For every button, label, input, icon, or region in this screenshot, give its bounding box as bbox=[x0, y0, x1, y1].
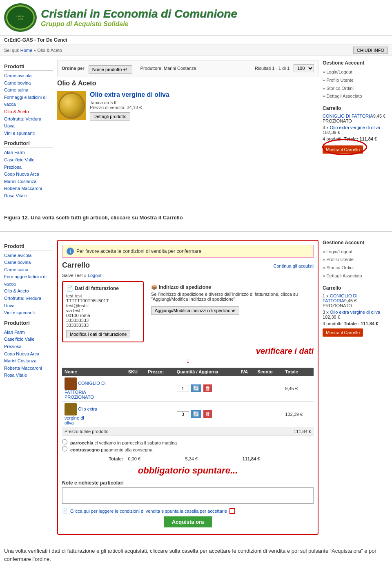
sidebar2-carne-suina[interactable]: Carne suina bbox=[4, 266, 53, 274]
qty-input-1[interactable] bbox=[177, 386, 189, 391]
qty-update-btn-1[interactable]: 🔄 bbox=[191, 384, 201, 392]
sidebar-item-marini[interactable]: Marini Costanza bbox=[4, 178, 53, 185]
dettagli-prodotto-btn[interactable]: Dettagli prodotto bbox=[90, 112, 130, 121]
totale-val1: 0,00 € bbox=[125, 455, 183, 463]
sidebar-item-alan-farm[interactable]: Alan Farm bbox=[4, 149, 53, 156]
col-totale: Totale bbox=[283, 368, 314, 376]
breadcrumb: Sei qui: Home » Olio & Aceto bbox=[4, 48, 62, 53]
sidebar-item-uova[interactable]: Uova bbox=[4, 123, 53, 130]
right-link-storico[interactable]: Storico Ordini bbox=[323, 85, 388, 93]
section-heading: Olio & Aceto bbox=[57, 80, 318, 87]
aggiorna-spedizione-btn[interactable]: Aggiungi/Modifica indirizzo di spedizion… bbox=[151, 306, 239, 315]
sidebar2-caseificio[interactable]: Caseificio Valle Preziosa bbox=[4, 336, 53, 350]
annotation-obbligatorio: obbligatorio spuntare... bbox=[62, 465, 314, 476]
sidebar-item-olio-aceto[interactable]: Olio & Aceto bbox=[4, 108, 53, 116]
sidebar-item-carne-bovina[interactable]: Carne bovina bbox=[4, 80, 53, 87]
ordina-label: Ordina per bbox=[62, 66, 85, 71]
cart-item-link-1[interactable]: CONIGLIO DI FATTORIA bbox=[323, 114, 373, 118]
billing-shipping: 📄 Dati di fatturazione test test TTTTTT0… bbox=[62, 281, 314, 342]
qty-input-2[interactable] bbox=[177, 411, 189, 417]
sidebar2-uova[interactable]: Uova bbox=[4, 302, 53, 310]
sidebar2-olio-aceto[interactable]: Olio & Aceto bbox=[4, 288, 53, 295]
right2-login[interactable]: Login/Logout bbox=[323, 248, 388, 256]
right2-storico[interactable]: Storico Ordini bbox=[323, 264, 388, 272]
acquista-btn[interactable]: Acquista ora bbox=[164, 516, 212, 527]
close-info-button[interactable]: CHIUDI INFO bbox=[353, 47, 388, 54]
user-bar: Salve Test » Logout bbox=[62, 273, 314, 278]
right-link-dettagli[interactable]: Dettagli Associato bbox=[323, 92, 388, 100]
gestione-title: Gestione Account bbox=[323, 60, 388, 66]
cart-box-2: Carrello 1 x CONIGLIO DI FATTORIA9,45 € … bbox=[323, 285, 388, 337]
tos-checkbox[interactable] bbox=[229, 508, 235, 514]
sidebar2-coop[interactable]: Coop Nuova Arca bbox=[4, 351, 53, 358]
sidebar-item-carne-suina[interactable]: Carne suina bbox=[4, 87, 53, 94]
mostra-carrello-btn-1[interactable]: Mostra il Carrello bbox=[323, 145, 363, 154]
prezzo-totale-label: Prezzo totale prodotto bbox=[62, 427, 174, 435]
payment-radio-parrocchia[interactable] bbox=[62, 439, 67, 444]
col-qty: Quantità / Aggiorna bbox=[174, 368, 238, 376]
logo-icon: CrEdicGAS bbox=[4, 3, 37, 32]
cart-row-2-qty: 🔄 🗑 bbox=[174, 401, 238, 427]
tos-link[interactable]: Clicca qui per leggere le condizioni di … bbox=[70, 509, 227, 514]
billing-box: 📄 Dati di fatturazione test test TTTTTT0… bbox=[62, 281, 144, 342]
sidebar2-rosa[interactable]: Rosa Vitale bbox=[4, 372, 53, 379]
right2-profilo[interactable]: Profilo Utente bbox=[323, 256, 388, 264]
prezzo-totale-row: Prezzo totale prodotto 111,84 € bbox=[62, 427, 314, 435]
per-page-select[interactable]: 100 50 25 bbox=[294, 64, 314, 72]
breadcrumb-home[interactable]: Home bbox=[20, 48, 32, 53]
logout-link[interactable]: Logout bbox=[88, 273, 102, 278]
sidebar2-ortofrutta[interactable]: Ortofrutta: Verdura bbox=[4, 295, 53, 302]
qty-delete-btn-1[interactable]: 🗑 bbox=[203, 384, 212, 392]
user-greeting: Salve Test » bbox=[62, 273, 87, 278]
sidebar-item-vini[interactable]: Vini e spumanti bbox=[4, 130, 53, 137]
modifica-fatturazione-btn[interactable]: Modifica i dati di fatturazione bbox=[66, 330, 130, 338]
sidebar2-formaggi[interactable]: Formaggi e latticini di vacca bbox=[4, 273, 53, 288]
product-name[interactable]: Olio extra vergine di oliva bbox=[90, 91, 169, 98]
prodotti-title: Prodotti bbox=[4, 63, 53, 71]
sidebar-item-rosa[interactable]: Rosa Vitale bbox=[4, 192, 53, 200]
billing-line-3: test@test.it bbox=[66, 303, 140, 308]
qty-update-btn-2[interactable]: 🔄 bbox=[191, 410, 201, 418]
sidebar2-carne-bovina[interactable]: Carne bovina bbox=[4, 259, 53, 266]
sidebar-item-roberta[interactable]: Roberta Maccaroni bbox=[4, 185, 53, 192]
cart-total-1: 4 prodotti Totale: 111,84 € bbox=[323, 136, 388, 141]
right2-dettagli[interactable]: Dettagli Associato bbox=[323, 272, 388, 280]
billing-line-6: 333333333 bbox=[66, 318, 140, 323]
logo-icon-inner: CrEdicGAS bbox=[6, 5, 35, 30]
qty-delete-btn-2[interactable]: 🗑 bbox=[203, 410, 212, 418]
main-section-2: Prodotti Carne avicola Carne bovina Carn… bbox=[0, 236, 392, 539]
breadcrumb-prefix: Sei qui: bbox=[4, 48, 19, 53]
sidebar2-alan-farm[interactable]: Alan Farm bbox=[4, 329, 53, 336]
cart2-item-link-2[interactable]: Olio extra vergine di oliva bbox=[330, 310, 381, 315]
breadcrumb-current: Olio & Aceto bbox=[37, 48, 62, 53]
sidebar-item-ortofrutta[interactable]: Ortofrutta: Verdura bbox=[4, 116, 53, 123]
sidebar2-marini[interactable]: Marini Costanza bbox=[4, 357, 53, 365]
content-1: Ordina per Nome prodotto +/- Produttore:… bbox=[57, 60, 318, 200]
billing-line-7: 333333333 bbox=[66, 323, 140, 328]
product-price: Prezzo di vendita: 34,13 € bbox=[90, 105, 169, 110]
totale-val3: 111,84 € bbox=[240, 455, 314, 463]
sidebar-item-formaggi[interactable]: Formaggi e latticini di vacca bbox=[4, 94, 53, 108]
cart-row-1-name: CONIGLIO DIFATTORIAPROZIONATO bbox=[62, 376, 126, 402]
sidebar2-vini[interactable]: Vini e spumanti bbox=[4, 309, 53, 317]
sidebar-item-coop[interactable]: Coop Nuova Arca bbox=[4, 171, 53, 178]
info-banner-text: Per favore accetta le condizioni di vend… bbox=[76, 248, 201, 254]
sidebar2-carne-avicola[interactable]: Carne avicola bbox=[4, 252, 53, 259]
cart-item-link-2[interactable]: Olio extra vergine di oliva bbox=[330, 125, 381, 130]
continua-acquisti-link[interactable]: Continua gli acquisti bbox=[274, 264, 314, 268]
site-subtitle: Gruppo di Acquisto Solidale bbox=[41, 20, 237, 28]
bottom-paragraph: Una volta verificati i dati di fatturazi… bbox=[4, 547, 388, 564]
tos-section: 📄 Clicca qui per leggere le condizioni d… bbox=[62, 508, 314, 514]
mostra-carrello-btn-2[interactable]: Mostra il Carrello bbox=[323, 328, 363, 337]
figure-caption: Figura 12. Una volta scelti tutti gli ar… bbox=[0, 204, 392, 227]
sidebar-item-carne-avicola[interactable]: Carne avicola bbox=[4, 72, 53, 80]
cart-title-1: Carrello bbox=[323, 105, 388, 111]
right-link-profilo[interactable]: Profilo Utente bbox=[323, 76, 388, 85]
notes-label: Note e richieste particolari bbox=[62, 480, 314, 486]
payment-radio-contrassegno[interactable] bbox=[62, 446, 67, 451]
nome-prodotto-btn[interactable]: Nome prodotto +/- bbox=[89, 65, 132, 74]
sidebar2-roberta[interactable]: Roberta Maccaroni bbox=[4, 365, 53, 372]
right-link-login[interactable]: Login/Logout bbox=[323, 68, 388, 76]
sidebar-item-caseificio[interactable]: Caseificio Valle Preziosa bbox=[4, 156, 53, 171]
notes-textarea[interactable] bbox=[62, 487, 314, 504]
